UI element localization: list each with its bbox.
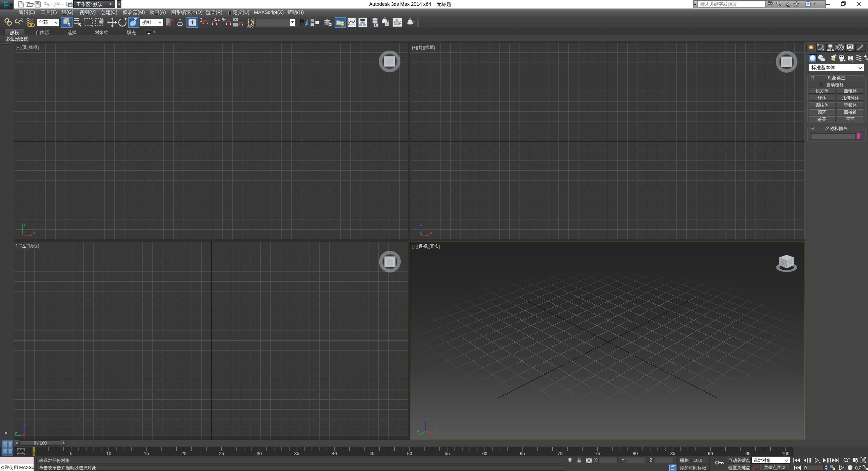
svg-text:z: z	[420, 222, 422, 226]
svg-text:100: 100	[782, 451, 790, 456]
svg-text:%: %	[222, 17, 226, 22]
svg-text:x: x	[430, 230, 432, 234]
svg-text:0: 0	[33, 452, 35, 456]
svg-text:85: 85	[670, 451, 675, 456]
svg-text:15: 15	[144, 451, 149, 456]
svg-text:65: 65	[520, 451, 525, 456]
svg-text:y: y	[15, 431, 17, 435]
svg-text:3: 3	[200, 17, 202, 23]
svg-text:55: 55	[445, 451, 450, 456]
svg-text:y: y	[420, 231, 422, 235]
svg-text:35: 35	[294, 451, 299, 456]
svg-text:?: ?	[807, 2, 809, 7]
svg-text:z: z	[427, 416, 429, 420]
svg-text:40: 40	[332, 451, 337, 456]
svg-text:90: 90	[708, 451, 713, 456]
svg-text:ABC: ABC	[247, 25, 254, 28]
svg-text:95: 95	[746, 451, 751, 456]
svg-text:x: x	[434, 429, 436, 433]
svg-text:70: 70	[557, 451, 563, 456]
svg-text:y: y	[24, 222, 26, 226]
svg-text:z: z	[24, 422, 26, 427]
svg-text:50: 50	[407, 451, 412, 456]
svg-text:z: z	[24, 231, 26, 235]
svg-text:80: 80	[633, 451, 638, 456]
svg-text:25: 25	[219, 451, 224, 456]
svg-text:x: x	[33, 230, 35, 234]
svg-text:75: 75	[595, 451, 600, 456]
svg-text:10: 10	[106, 451, 111, 456]
svg-text:5: 5	[70, 451, 73, 456]
svg-text:30: 30	[257, 451, 262, 456]
svg-text:60: 60	[482, 451, 487, 456]
svg-text:45: 45	[370, 451, 375, 456]
svg-text:y: y	[417, 429, 419, 433]
svg-text:20: 20	[181, 451, 186, 456]
